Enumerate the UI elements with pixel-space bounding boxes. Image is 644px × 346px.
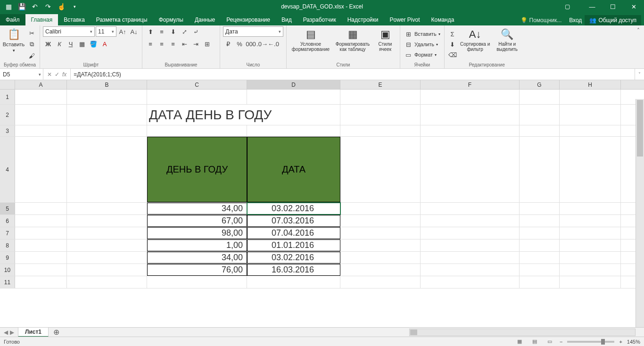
cancel-formula-icon[interactable]: ✕	[47, 71, 52, 78]
row-1[interactable]: 1	[0, 90, 15, 104]
cell-D10[interactable]: 16.03.2016	[247, 264, 340, 276]
tab-addins[interactable]: Надстройки	[342, 14, 384, 25]
bold-icon[interactable]: Ж	[43, 39, 53, 49]
qat-customize-icon[interactable]: ▾	[69, 1, 80, 12]
sheet-nav-next-icon[interactable]: ▶	[10, 329, 14, 336]
sign-in[interactable]: Вход	[569, 17, 582, 24]
fill-color-icon[interactable]: 🪣	[88, 39, 99, 49]
select-all-corner[interactable]	[0, 80, 15, 89]
close-button[interactable]: ✕	[623, 0, 644, 13]
col-A[interactable]: A	[15, 80, 67, 89]
zoom-out-icon[interactable]: −	[560, 339, 562, 345]
currency-icon[interactable]: ₽	[223, 39, 233, 49]
zoom-level[interactable]: 145%	[627, 339, 640, 345]
align-middle-icon[interactable]: ≡	[157, 26, 167, 37]
maximize-button[interactable]: ☐	[603, 0, 623, 13]
font-color-icon[interactable]: A	[99, 39, 110, 49]
percent-icon[interactable]: %	[234, 39, 245, 49]
increase-font-icon[interactable]: A↑	[117, 26, 128, 37]
col-F[interactable]: F	[421, 80, 520, 89]
cell-C8[interactable]: 1,00	[147, 239, 247, 251]
cell-C9[interactable]: 34,00	[147, 252, 247, 264]
sheet-tab-1[interactable]: Лист1	[18, 327, 49, 337]
tell-me[interactable]: 💡 Помощник...	[516, 16, 566, 25]
italic-icon[interactable]: К	[54, 39, 65, 49]
vscroll-thumb[interactable]	[637, 100, 643, 157]
align-top-icon[interactable]: ⬆	[145, 26, 156, 37]
tab-formulas[interactable]: Формулы	[153, 14, 189, 25]
format-painter-icon[interactable]: 🖌	[26, 50, 37, 61]
cell-D7[interactable]: 07.04.2016	[247, 227, 340, 239]
sheet-nav-prev-icon[interactable]: ◀	[4, 329, 8, 336]
wrap-text-icon[interactable]: ⤶	[190, 26, 201, 37]
conditional-formatting-button[interactable]: ▤Условное форматирование	[289, 26, 332, 62]
undo-icon[interactable]: ↶	[29, 1, 41, 12]
tab-team[interactable]: Команда	[426, 14, 460, 25]
font-size-combo[interactable]: 11▾	[96, 26, 116, 37]
merge-icon[interactable]: ⊞	[202, 39, 212, 49]
decrease-decimal-icon[interactable]: ←.0	[268, 39, 279, 49]
normal-view-icon[interactable]: ▦	[514, 338, 525, 346]
vertical-scrollbar[interactable]	[636, 99, 644, 327]
tab-insert[interactable]: Вставка	[58, 14, 91, 25]
row-8[interactable]: 8	[0, 239, 15, 251]
cell-C10[interactable]: 76,00	[147, 264, 247, 276]
row-4[interactable]: 4	[0, 137, 15, 202]
share-button[interactable]: 👥 Общий доступ	[585, 15, 641, 25]
tab-file[interactable]: Файл	[0, 14, 25, 25]
format-cells-button[interactable]: ▭Формат▾	[403, 49, 441, 60]
border-icon[interactable]: ▦	[77, 39, 87, 49]
cell-D8[interactable]: 01.01.2016	[247, 239, 340, 251]
zoom-in-icon[interactable]: +	[619, 339, 622, 345]
number-format-combo[interactable]: Дата▾	[223, 26, 283, 37]
clear-icon[interactable]: ⌫	[447, 49, 458, 60]
redo-icon[interactable]: ↷	[42, 1, 54, 12]
cell-D6[interactable]: 07.03.2016	[247, 215, 340, 227]
tab-developer[interactable]: Разработчик	[297, 14, 342, 25]
minimize-button[interactable]: —	[582, 0, 603, 13]
format-as-table-button[interactable]: ▦Форматировать как таблицу	[334, 26, 372, 62]
touch-mode-icon[interactable]: ☝	[56, 1, 67, 12]
row-6[interactable]: 6	[0, 215, 15, 227]
horizontal-scrollbar[interactable]	[409, 329, 636, 336]
row-2[interactable]: 2	[0, 105, 15, 125]
zoom-slider[interactable]	[567, 341, 614, 343]
tab-view[interactable]: Вид	[276, 14, 297, 25]
row-5[interactable]: 5	[0, 203, 15, 214]
cut-icon[interactable]: ✂	[26, 28, 37, 38]
underline-icon[interactable]: Ч	[66, 39, 76, 49]
copy-icon[interactable]: ⧉	[26, 39, 37, 49]
font-name-combo[interactable]: Calibri▾	[43, 26, 95, 37]
tab-review[interactable]: Рецензирование	[221, 14, 276, 25]
save-icon[interactable]: 💾	[16, 1, 27, 12]
collapse-ribbon-icon[interactable]: ˄	[633, 25, 644, 68]
align-center-icon[interactable]: ≡	[157, 39, 167, 49]
decrease-font-icon[interactable]: A↓	[129, 26, 139, 37]
insert-cells-button[interactable]: ⊞Вставить▾	[403, 29, 441, 39]
tab-powerpivot[interactable]: Power Pivot	[384, 14, 425, 25]
cells-area[interactable]: 1 2 ДАТА ДЕНЬ В ГОДУ 3 4 ДЕНЬ В ГОДУ ДАТ…	[0, 90, 644, 327]
expand-formula-bar-icon[interactable]: ˅	[635, 69, 644, 80]
ribbon-display-options-icon[interactable]: ▢	[559, 0, 575, 13]
align-bottom-icon[interactable]: ⬇	[168, 26, 178, 37]
fx-icon[interactable]: fx	[62, 71, 66, 78]
fill-icon[interactable]: ⬇	[447, 39, 458, 49]
page-break-view-icon[interactable]: ▭	[545, 338, 555, 346]
cell-C7[interactable]: 98,00	[147, 227, 247, 239]
new-sheet-button[interactable]: ⊕	[49, 328, 64, 337]
tab-page-layout[interactable]: Разметка страницы	[91, 14, 153, 25]
comma-icon[interactable]: 000	[246, 39, 256, 49]
row-9[interactable]: 9	[0, 252, 15, 264]
cell-D5[interactable]: 03.02.2016	[247, 203, 340, 214]
decrease-indent-icon[interactable]: ⇤	[179, 39, 190, 49]
orientation-icon[interactable]: ⤢	[179, 26, 190, 37]
row-11[interactable]: 11	[0, 276, 15, 288]
name-box[interactable]: D5▾	[0, 69, 43, 80]
zoom-thumb[interactable]	[601, 339, 605, 345]
align-left-icon[interactable]: ≡	[145, 39, 156, 49]
col-C[interactable]: C	[147, 80, 247, 89]
formula-input[interactable]: =ДАТА(2016;1;C5)	[71, 69, 635, 80]
enter-formula-icon[interactable]: ✓	[55, 71, 59, 78]
col-B[interactable]: B	[67, 80, 147, 89]
autosum-icon[interactable]: Σ	[447, 29, 458, 39]
